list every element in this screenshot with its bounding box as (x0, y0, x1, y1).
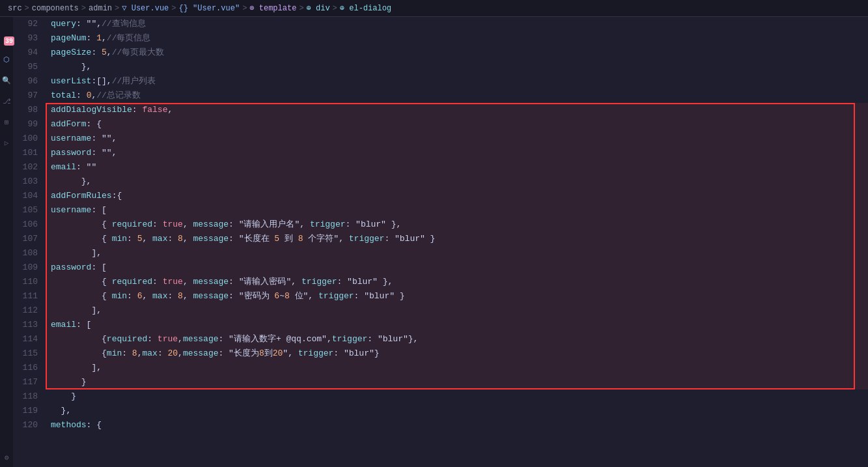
extensions-icon[interactable]: ⊞ (2, 117, 11, 126)
line-number: 119 (13, 404, 38, 418)
line-number: 114 (13, 332, 38, 347)
code-line: {min: 8,max: 20,message: "长度为8到20", trig… (46, 347, 868, 361)
breadcrumb-sep-4: > (171, 4, 176, 13)
breadcrumb-src: src (8, 4, 22, 13)
breadcrumb-components: components (32, 4, 79, 13)
breadcrumb-uservue-obj: {} "User.vue" (179, 4, 240, 13)
code-line: { min: 6, max: 8, message: "密码为 6~8 位", … (46, 289, 868, 304)
code-line: addForm: { (46, 117, 868, 132)
breadcrumb-sep-1: > (25, 4, 29, 13)
line-number: 110 (13, 275, 38, 289)
line-number: 95 (13, 60, 38, 74)
code-line: email: [ (46, 318, 868, 332)
line-number: 100 (13, 132, 38, 146)
line-number: 117 (13, 375, 38, 389)
line-number: 107 (13, 232, 38, 246)
line-number: 118 (13, 389, 38, 404)
code-line: {required: true,message: "请输入数字+ @qq.com… (46, 332, 868, 347)
line-number: 94 (13, 46, 38, 60)
breadcrumb-div: ⊕ div (307, 3, 330, 13)
code-line: password: [ (46, 261, 868, 275)
code-line: addDialogVisible: false, (46, 103, 868, 117)
line-number: 104 (13, 189, 38, 203)
line-number: 96 (13, 74, 38, 89)
line-number: 115 (13, 347, 38, 361)
line-number: 113 (13, 318, 38, 332)
code-line: username: "", (46, 132, 868, 146)
breadcrumb-sep-7: > (333, 4, 337, 13)
git-icon[interactable]: ⎇ (2, 96, 11, 106)
line-number: 98 (13, 103, 38, 117)
explorer-icon[interactable]: ⬡ (2, 55, 11, 64)
breadcrumb-sep-2: > (81, 4, 86, 13)
settings-icon[interactable]: ⚙ (2, 453, 11, 462)
code-lines: query: "",//查询信息 pageNum: 1,//每页信息 pageS… (46, 17, 868, 432)
breadcrumb-sep-5: > (242, 4, 247, 13)
code-line: email: "" (46, 160, 868, 175)
code-line: }, (46, 404, 868, 418)
editor-layout: 39 ⬡ 🔍 ⎇ ⊞ ▷ ⚙ 9293949596979899100101102… (0, 17, 868, 467)
code-line: } (46, 375, 868, 389)
code-line: { min: 5, max: 8, message: "长度在 5 到 8 个字… (46, 232, 868, 246)
line-numbers: 9293949596979899100101102103104105106107… (13, 17, 46, 467)
line-number: 102 (13, 160, 38, 175)
code-line: username: [ (46, 203, 868, 218)
code-line: } (46, 389, 868, 404)
code-line: addFormRules:{ (46, 189, 868, 203)
line-number: 111 (13, 289, 38, 304)
line-number: 93 (13, 31, 38, 46)
code-line: query: "",//查询信息 (46, 17, 868, 31)
code-line: ], (46, 304, 868, 318)
line-number: 101 (13, 146, 38, 160)
line-number: 103 (13, 175, 38, 189)
code-line: userList:[],//用户列表 (46, 74, 868, 89)
code-area[interactable]: query: "",//查询信息 pageNum: 1,//每页信息 pageS… (46, 17, 868, 467)
code-line: }, (46, 175, 868, 189)
line-number: 112 (13, 304, 38, 318)
code-line: ], (46, 246, 868, 261)
code-line: pageNum: 1,//每页信息 (46, 31, 868, 46)
line-number: 116 (13, 361, 38, 375)
left-gutter: 39 ⬡ 🔍 ⎇ ⊞ ▷ ⚙ (0, 17, 13, 467)
line-number: 120 (13, 418, 38, 432)
line-number: 99 (13, 117, 38, 132)
breadcrumb-sep-6: > (299, 4, 303, 13)
line-number: 108 (13, 246, 38, 261)
code-line: pageSize: 5,//每页最大数 (46, 46, 868, 60)
line-number: 105 (13, 203, 38, 218)
code-line: }, (46, 60, 868, 74)
code-line: { required: true, message: "请输入密码", trig… (46, 275, 868, 289)
code-line: total: 0,//总记录数 (46, 89, 868, 103)
line-number: 109 (13, 261, 38, 275)
code-line: { required: true, message: "请输入用户名", tri… (46, 218, 868, 232)
line-number: 106 (13, 218, 38, 232)
breadcrumb-eldialog: ⊕ el-dialog (340, 3, 391, 13)
breadcrumb-sep-3: > (115, 4, 119, 13)
debug-icon[interactable]: ▷ (2, 138, 11, 147)
breadcrumb: src > components > admin > ▽ User.vue > … (0, 0, 868, 17)
breadcrumb-uservue: ▽ User.vue (122, 3, 169, 13)
notification-badge: 39 (4, 36, 14, 46)
line-number: 92 (13, 17, 38, 31)
search-icon[interactable]: 🔍 (2, 76, 11, 85)
code-line: methods: { (46, 418, 868, 432)
breadcrumb-admin: admin (89, 4, 112, 13)
code-line: ], (46, 361, 868, 375)
code-line: password: "", (46, 146, 868, 160)
breadcrumb-template: ⊗ template (249, 3, 296, 13)
line-number: 97 (13, 89, 38, 103)
